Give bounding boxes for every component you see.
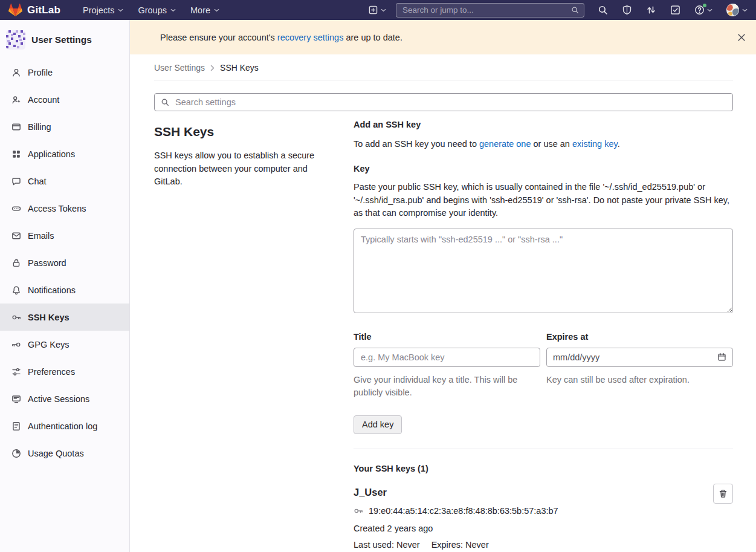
sidebar-item-label: Profile bbox=[28, 68, 53, 77]
search-icon bbox=[161, 98, 169, 106]
sidebar-title: User Settings bbox=[31, 34, 92, 45]
section-divider bbox=[354, 449, 733, 449]
sidebar-item-account[interactable]: Account bbox=[0, 86, 129, 113]
sidebar-item-usage-quotas[interactable]: Usage Quotas bbox=[0, 440, 129, 467]
sidebar-item-gpg-keys[interactable]: GPG Keys bbox=[0, 331, 129, 358]
title-field-help: Give your individual key a title. This w… bbox=[354, 374, 535, 400]
nav-icon-group bbox=[598, 4, 748, 16]
emails-icon bbox=[11, 231, 21, 241]
nav-projects[interactable]: Projects bbox=[76, 3, 130, 18]
help-icon bbox=[694, 5, 705, 15]
sidebar-item-access-tokens[interactable]: Access Tokens bbox=[0, 195, 129, 222]
ssh-keys-icon bbox=[11, 313, 21, 322]
sidebar-item-label: Password bbox=[28, 258, 66, 268]
sidebar-item-profile[interactable]: Profile bbox=[0, 59, 129, 86]
shield-icon[interactable] bbox=[622, 5, 632, 15]
notification-dot bbox=[703, 4, 706, 7]
notifications-icon bbox=[11, 285, 21, 295]
title-input[interactable] bbox=[354, 348, 540, 367]
gpg-keys-icon bbox=[11, 340, 21, 349]
sidebar-item-label: Access Tokens bbox=[28, 204, 86, 213]
ssh-key-fingerprint-row: 19:e0:44:a5:14:c2:3a:e8:f8:48:8b:63:5b:5… bbox=[354, 506, 558, 516]
nav-groups[interactable]: Groups bbox=[131, 3, 183, 18]
help-menu[interactable] bbox=[694, 5, 712, 15]
main-nav-menu: Projects Groups More bbox=[76, 3, 226, 18]
applications-icon bbox=[11, 149, 21, 159]
sidebar-item-ssh-keys[interactable]: SSH Keys bbox=[0, 304, 129, 331]
sidebar-item-notifications[interactable]: Notifications bbox=[0, 276, 129, 304]
title-field-group: Title Give your individual key a title. … bbox=[354, 332, 540, 400]
sidebar-item-label: Chat bbox=[28, 177, 47, 186]
sidebar-item-authentication-log[interactable]: Authentication log bbox=[0, 412, 129, 440]
chevron-right-icon bbox=[210, 65, 215, 71]
nav-more[interactable]: More bbox=[184, 3, 226, 18]
todo-check-icon[interactable] bbox=[670, 5, 680, 15]
profile-icon bbox=[11, 68, 21, 77]
breadcrumb-user-settings[interactable]: User Settings bbox=[154, 63, 205, 73]
access-tokens-icon bbox=[11, 204, 21, 213]
main-content: Please ensure your account's recovery se… bbox=[130, 0, 756, 552]
expires-at-input[interactable]: mm/dd/yyyy bbox=[546, 348, 733, 367]
sidebar-item-applications[interactable]: Applications bbox=[0, 140, 129, 167]
chevron-down-icon bbox=[118, 8, 123, 12]
section-form: Add an SSH key To add an SSH key you nee… bbox=[354, 120, 733, 550]
ssh-key-meta: Last used: Never Expires: Never bbox=[354, 540, 558, 550]
existing-key-link[interactable]: existing key bbox=[572, 139, 618, 149]
account-icon bbox=[11, 95, 21, 105]
alert-close-button[interactable] bbox=[735, 31, 748, 44]
expires-field-help: Key can still be used after expiration. bbox=[546, 374, 728, 387]
user-avatar bbox=[726, 4, 739, 16]
sidebar-item-chat[interactable]: Chat bbox=[0, 167, 129, 195]
settings-search-input[interactable] bbox=[174, 97, 726, 108]
calendar-icon[interactable] bbox=[717, 352, 726, 362]
add-key-button[interactable]: Add key bbox=[354, 415, 402, 434]
breadcrumb-ssh-keys: SSH Keys bbox=[220, 63, 259, 73]
generate-one-link[interactable]: generate one bbox=[479, 139, 531, 149]
gitlab-tanuki-icon bbox=[8, 3, 22, 17]
new-item-dropdown[interactable] bbox=[369, 5, 386, 15]
date-placeholder: mm/dd/yyyy bbox=[553, 352, 599, 362]
alert-text: Please ensure your account's recovery se… bbox=[160, 33, 402, 42]
ssh-keys-section: SSH Keys SSH keys allow you to establish… bbox=[154, 120, 733, 550]
add-key-intro: To add an SSH key you need to generate o… bbox=[354, 138, 733, 151]
chat-icon bbox=[11, 177, 21, 186]
ssh-key-list-item: J_User 19:e0:44:a5:14:c2:3a:e8:f8:48:8b:… bbox=[354, 484, 733, 550]
sidebar-item-label: GPG Keys bbox=[28, 340, 69, 349]
search-icon[interactable] bbox=[598, 5, 608, 15]
password-icon bbox=[11, 258, 21, 268]
settings-search bbox=[154, 93, 733, 111]
global-search-input[interactable] bbox=[401, 5, 571, 15]
section-intro: SSH Keys SSH keys allow you to establish… bbox=[154, 120, 354, 550]
user-menu[interactable] bbox=[726, 4, 748, 16]
expires-field-label: Expires at bbox=[546, 332, 733, 342]
sidebar-item-emails[interactable]: Emails bbox=[0, 222, 129, 249]
gitlab-logo-text: GitLab bbox=[27, 4, 60, 16]
ssh-key-created: Created 2 years ago bbox=[354, 524, 558, 533]
ssh-key-textarea[interactable] bbox=[354, 229, 733, 313]
gitlab-logo[interactable]: GitLab bbox=[8, 3, 60, 17]
expires-field-group: Expires at mm/dd/yyyy Key can still be u… bbox=[546, 332, 733, 400]
title-field-label: Title bbox=[354, 332, 540, 342]
recovery-settings-link[interactable]: recovery settings bbox=[277, 33, 344, 42]
sidebar-item-label: Billing bbox=[28, 122, 51, 132]
active-sessions-icon bbox=[11, 394, 21, 404]
billing-icon bbox=[11, 122, 21, 132]
chevron-down-icon bbox=[170, 8, 176, 12]
merge-request-icon[interactable] bbox=[646, 5, 656, 15]
sidebar-item-label: Active Sessions bbox=[28, 394, 89, 404]
settings-sidebar: User Settings Profile Account Billing Ap… bbox=[0, 20, 130, 552]
ssh-key-info: J_User 19:e0:44:a5:14:c2:3a:e8:f8:48:8b:… bbox=[354, 484, 558, 550]
sidebar-item-billing[interactable]: Billing bbox=[0, 113, 129, 140]
delete-key-button[interactable] bbox=[713, 484, 733, 504]
sidebar-item-preferences[interactable]: Preferences bbox=[0, 358, 129, 385]
page-title: SSH Keys bbox=[154, 125, 326, 139]
sidebar-item-label: SSH Keys bbox=[28, 313, 69, 322]
search-icon bbox=[571, 6, 579, 14]
ssh-key-title: J_User bbox=[354, 487, 558, 498]
breadcrumb: User Settings SSH Keys bbox=[154, 63, 733, 73]
content-inner: User Settings SSH Keys SSH Keys SSH keys… bbox=[130, 63, 756, 552]
chevron-down-icon bbox=[707, 8, 712, 12]
sidebar-item-active-sessions[interactable]: Active Sessions bbox=[0, 385, 129, 412]
sidebar-item-password[interactable]: Password bbox=[0, 249, 129, 276]
sidebar-item-label: Notifications bbox=[28, 285, 76, 295]
